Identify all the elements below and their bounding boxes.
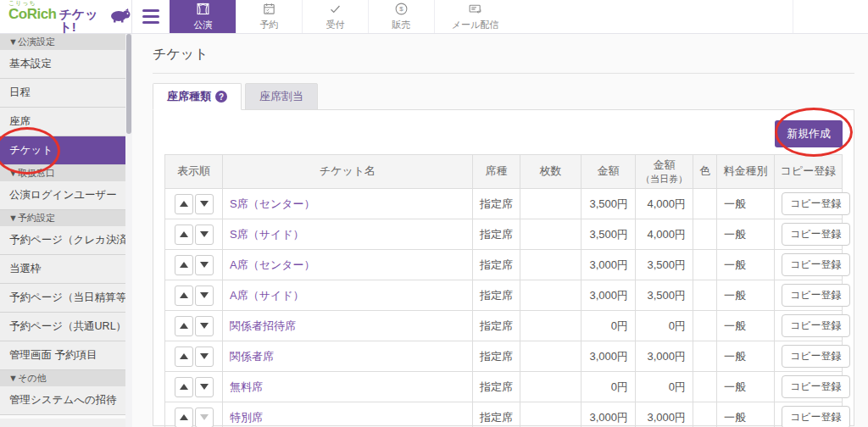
move-up-button[interactable] <box>175 194 193 214</box>
move-up-button[interactable] <box>175 286 193 306</box>
count-cell <box>520 219 581 250</box>
sidebar-item-reservation-page-sameday[interactable]: 予約ページ（当日精算等） <box>0 284 125 313</box>
sidebar-item-seats[interactable]: 座席 <box>0 108 125 136</box>
ticket-name-link[interactable]: 特別席 <box>230 411 263 424</box>
table-row: 特別席 指定席 3,000円 3,000円 一般 コピー登録 <box>165 402 843 427</box>
move-down-button[interactable] <box>195 377 214 397</box>
ticket-name-link[interactable]: 関係者席 <box>230 350 274 363</box>
ticket-name-link[interactable]: A席（センター） <box>230 258 315 271</box>
copy-register-button[interactable]: コピー登録 <box>782 314 850 337</box>
move-down-button[interactable] <box>195 316 214 336</box>
ticket-table: 表示順 チケット名 席種 枚数 金額 金額（当日券） 色 料金種別 コピー登録 <box>164 154 843 427</box>
move-up-button[interactable] <box>175 225 193 245</box>
table-row: 関係者招待席 指定席 0円 0円 一般 コピー登録 <box>165 311 843 341</box>
sidebar-section-other[interactable]: ▼その他 <box>0 370 125 386</box>
sidebar-section-reservation-settings[interactable]: ▼予約設定 <box>0 210 125 226</box>
move-down-button[interactable] <box>195 194 214 214</box>
sidebar-item-schedule[interactable]: 日程 <box>0 79 125 108</box>
door-price-cell: 3,000円 <box>636 402 693 427</box>
sidebar-item-system-invite[interactable]: 管理システムへの招待 <box>0 386 125 415</box>
seat-type-cell: 指定席 <box>473 372 520 402</box>
move-down-button-disabled <box>195 408 214 427</box>
seat-type-cell: 指定席 <box>473 341 520 372</box>
table-row: S席（センター） 指定席 3,500円 4,000円 一般 コピー登録 <box>165 189 843 219</box>
tab-mail-delivery[interactable]: メール配信 <box>434 0 515 33</box>
page-title: チケット <box>153 46 854 74</box>
tab-bar: 座席種類 ? 座席割当 <box>153 83 854 110</box>
sidebar-item-qa[interactable]: ► Q&A <box>0 419 125 427</box>
brand-logo[interactable]: こりっち CoRich チケット! <box>0 0 132 33</box>
copy-register-button[interactable]: コピー登録 <box>782 284 850 307</box>
copy-register-button[interactable]: コピー登録 <box>782 192 850 215</box>
sidebar-scrollbar-thumb[interactable] <box>126 34 131 134</box>
move-up-button[interactable] <box>175 377 193 397</box>
tab-mail-delivery-label: メール配信 <box>452 19 499 31</box>
tab-performance[interactable]: 公演 <box>170 0 236 33</box>
fee-type-cell: 一般 <box>717 311 775 341</box>
copy-register-button[interactable]: コピー登録 <box>782 375 850 398</box>
tab-seat-types[interactable]: 座席種類 ? <box>153 83 242 110</box>
sidebar-item-lottery-slots[interactable]: 当選枠 <box>0 255 125 284</box>
ticket-name-link[interactable]: S席（サイド） <box>230 228 304 241</box>
ticket-name-link[interactable]: 関係者招待席 <box>230 319 296 332</box>
help-icon[interactable]: ? <box>215 91 227 103</box>
brand-ruby: こりっち <box>8 0 106 6</box>
move-down-button[interactable] <box>195 225 214 245</box>
fee-type-cell: 一般 <box>717 341 775 372</box>
price-cell: 0円 <box>581 311 636 341</box>
sidebar-item-admin-reservation-fields[interactable]: 管理画面 予約項目 <box>0 341 125 370</box>
move-up-button[interactable] <box>175 316 193 336</box>
col-header-price: 金額 <box>581 155 636 189</box>
sidebar-section-handling-window[interactable]: ▼取扱窓口 <box>0 165 125 181</box>
door-price-cell: 4,000円 <box>636 189 693 219</box>
tab-reception[interactable]: 受付 <box>302 0 368 33</box>
ticket-name-link[interactable]: S席（センター） <box>230 197 315 210</box>
move-down-button[interactable] <box>195 347 214 367</box>
copy-register-button[interactable]: コピー登録 <box>782 345 850 368</box>
tab-seat-assignment[interactable]: 座席割当 <box>245 83 318 110</box>
sidebar-item-login-users[interactable]: 公演ログインユーザー <box>0 181 125 210</box>
sidebar-item-reservation-page-credit[interactable]: 予約ページ（クレカ決済等） <box>0 226 125 255</box>
door-price-cell: 0円 <box>636 372 693 402</box>
move-up-button[interactable] <box>175 255 193 275</box>
count-cell <box>520 250 581 280</box>
tab-sales[interactable]: $ 販売 <box>368 0 434 33</box>
create-new-button[interactable]: 新規作成 <box>775 120 843 147</box>
table-row: A席（センター） 指定席 3,000円 3,500円 一般 コピー登録 <box>165 250 843 280</box>
price-cell: 3,000円 <box>581 341 636 372</box>
tab-reservation[interactable]: 予約 <box>236 0 302 33</box>
check-icon <box>328 2 342 16</box>
hamburger-menu-icon[interactable] <box>132 0 170 33</box>
ticket-name-link[interactable]: 無料席 <box>230 380 263 393</box>
count-cell <box>520 341 581 372</box>
tab-seat-assignment-label: 座席割当 <box>259 89 303 104</box>
table-row: S席（サイド） 指定席 3,500円 4,000円 一般 コピー登録 <box>165 219 843 250</box>
copy-register-button[interactable]: コピー登録 <box>782 253 850 276</box>
copy-register-button[interactable]: コピー登録 <box>782 223 850 246</box>
move-up-button[interactable] <box>175 347 193 367</box>
tab-reservation-label: 予約 <box>260 19 279 31</box>
seat-type-cell: 指定席 <box>473 189 520 219</box>
price-cell: 0円 <box>581 372 636 402</box>
price-cell: 3,000円 <box>581 402 636 427</box>
tab-sales-label: 販売 <box>392 19 411 31</box>
dollar-circle-icon: $ <box>394 2 409 16</box>
table-header-row: 表示順 チケット名 席種 枚数 金額 金額（当日券） 色 料金種別 コピー登録 <box>165 155 843 189</box>
pig-mascot-icon <box>109 8 131 25</box>
fee-type-cell: 一般 <box>717 250 775 280</box>
sidebar-item-reservation-page-common-url[interactable]: 予約ページ（共通URL） <box>0 313 125 341</box>
sidebar-item-basic-settings[interactable]: 基本設定 <box>0 50 125 79</box>
move-down-button[interactable] <box>195 286 214 306</box>
move-down-button[interactable] <box>195 255 214 275</box>
sidebar-section-performance-settings[interactable]: ▼公演設定 <box>0 34 125 50</box>
sidebar-scrollbar[interactable] <box>125 34 132 427</box>
move-up-button[interactable] <box>175 408 193 427</box>
door-price-cell: 3,500円 <box>636 280 693 311</box>
col-header-color: 色 <box>693 155 717 189</box>
copy-register-button[interactable]: コピー登録 <box>782 406 850 427</box>
ticket-name-link[interactable]: A席（サイド） <box>230 289 304 302</box>
mail-icon <box>468 2 482 16</box>
col-header-fee-type: 料金種別 <box>717 155 775 189</box>
count-cell <box>520 372 581 402</box>
sidebar-item-ticket[interactable]: チケット <box>0 136 125 165</box>
